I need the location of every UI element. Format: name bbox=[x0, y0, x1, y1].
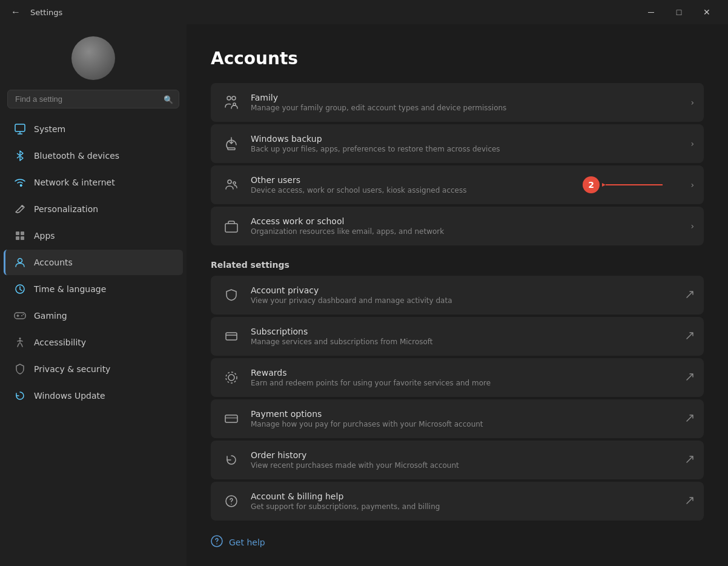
access-work-desc: Organization resources like email, apps,… bbox=[251, 227, 686, 236]
subscriptions-row[interactable]: Subscriptions Manage services and subscr… bbox=[211, 317, 704, 356]
subscriptions-external bbox=[686, 331, 694, 342]
family-chevron: › bbox=[690, 98, 694, 107]
apps-icon bbox=[13, 229, 27, 242]
rewards-icon bbox=[220, 367, 242, 388]
sidebar: 🔍 System Bluetooth & devices Network & i… bbox=[0, 24, 187, 566]
titlebar-left: ← Settings bbox=[7, 4, 62, 20]
nav-item-bluetooth[interactable]: Bluetooth & devices bbox=[4, 143, 183, 168]
nav-item-privacy[interactable]: Privacy & security bbox=[4, 356, 183, 382]
svg-point-15 bbox=[19, 338, 21, 339]
other-users-row[interactable]: 2 Other users Device access, work or sch… bbox=[211, 165, 704, 204]
svg-point-13 bbox=[21, 315, 22, 316]
svg-point-31 bbox=[216, 544, 217, 545]
svg-point-24 bbox=[228, 375, 234, 381]
maximize-button[interactable]: □ bbox=[665, 2, 693, 22]
other-users-icon bbox=[220, 174, 242, 196]
account-privacy-icon bbox=[220, 284, 242, 306]
nav-item-time[interactable]: Time & language bbox=[4, 276, 183, 302]
arrow-2 bbox=[602, 179, 663, 191]
backup-title: Windows backup bbox=[251, 134, 686, 144]
back-button[interactable]: ← bbox=[7, 4, 24, 20]
titlebar: ← Settings ─ □ ✕ bbox=[0, 0, 728, 24]
rewards-row[interactable]: Rewards Earn and redeem points for using… bbox=[211, 358, 704, 397]
time-icon bbox=[13, 282, 27, 296]
access-work-title: Access work or school bbox=[251, 216, 686, 226]
svg-rect-0 bbox=[15, 124, 25, 132]
annotation-badge-2: 2 bbox=[583, 176, 600, 193]
nav-item-apps[interactable]: Apps bbox=[4, 223, 183, 248]
access-work-text: Access work or school Organization resou… bbox=[251, 216, 686, 236]
update-icon bbox=[13, 389, 27, 402]
payment-text: Payment options Manage how you pay for p… bbox=[251, 409, 681, 428]
svg-point-20 bbox=[233, 182, 236, 184]
order-history-text: Order history View recent purchases made… bbox=[251, 450, 681, 470]
get-help-icon bbox=[211, 535, 223, 550]
close-button[interactable]: ✕ bbox=[693, 2, 721, 22]
nav-item-accessibility[interactable]: Accessibility bbox=[4, 330, 183, 355]
billing-help-text: Account & billing help Get support for s… bbox=[251, 491, 681, 511]
payment-desc: Manage how you pay for purchases with yo… bbox=[251, 420, 681, 428]
backup-chevron: › bbox=[690, 139, 694, 148]
backup-desc: Back up your files, apps, preferences to… bbox=[251, 145, 686, 153]
access-work-row[interactable]: Access work or school Organization resou… bbox=[211, 207, 704, 245]
nav-item-accounts[interactable]: 1 Accounts bbox=[4, 250, 183, 275]
billing-help-title: Account & billing help bbox=[251, 491, 681, 501]
account-privacy-title: Account privacy bbox=[251, 285, 681, 295]
personalization-label: Personalization bbox=[34, 204, 98, 214]
svg-rect-5 bbox=[16, 236, 19, 240]
family-row[interactable]: Family Manage your family group, edit ac… bbox=[211, 83, 704, 122]
avatar bbox=[71, 36, 115, 80]
svg-point-19 bbox=[228, 180, 231, 184]
windows-backup-row[interactable]: Windows backup Back up your files, apps,… bbox=[211, 124, 704, 163]
nav-item-network[interactable]: Network & internet bbox=[4, 170, 183, 195]
minimize-button[interactable]: ─ bbox=[637, 2, 665, 22]
svg-rect-21 bbox=[225, 224, 237, 232]
accounts-icon bbox=[13, 256, 27, 269]
system-icon bbox=[13, 122, 27, 136]
backup-icon bbox=[220, 133, 242, 155]
family-text: Family Manage your family group, edit ac… bbox=[251, 93, 686, 112]
billing-help-icon bbox=[220, 490, 242, 512]
family-icon bbox=[220, 92, 242, 113]
nav-item-personalization[interactable]: Personalization bbox=[4, 196, 183, 222]
billing-help-external bbox=[686, 496, 694, 507]
nav-item-update[interactable]: Windows Update bbox=[4, 383, 183, 408]
privacy-icon bbox=[13, 362, 27, 376]
svg-point-29 bbox=[231, 504, 232, 505]
account-privacy-text: Account privacy View your privacy dashbo… bbox=[251, 285, 681, 305]
nav-item-gaming[interactable]: Gaming bbox=[4, 303, 183, 328]
svg-rect-22 bbox=[226, 333, 237, 340]
search-icon: 🔍 bbox=[164, 95, 173, 104]
svg-rect-27 bbox=[225, 417, 237, 419]
accounts-label: Accounts bbox=[34, 258, 73, 267]
subscriptions-desc: Manage services and subscriptions from M… bbox=[251, 338, 681, 346]
family-desc: Manage your family group, edit account t… bbox=[251, 104, 686, 112]
payment-icon bbox=[220, 408, 242, 430]
get-help-section[interactable]: Get help bbox=[211, 535, 704, 550]
payment-title: Payment options bbox=[251, 409, 681, 419]
search-input[interactable] bbox=[7, 90, 179, 108]
bluetooth-label: Bluetooth & devices bbox=[34, 151, 119, 161]
other-users-chevron: › bbox=[690, 180, 694, 190]
app-title: Settings bbox=[30, 8, 62, 17]
order-history-icon bbox=[220, 449, 242, 471]
account-privacy-desc: View your privacy dashboard and manage a… bbox=[251, 296, 681, 305]
rewards-text: Rewards Earn and redeem points for using… bbox=[251, 368, 681, 387]
rewards-external bbox=[686, 373, 694, 383]
billing-help-desc: Get support for subscriptions, payments,… bbox=[251, 502, 681, 511]
main-content: Accounts Family Manage your family group… bbox=[187, 24, 728, 566]
search-bar: 🔍 bbox=[7, 90, 179, 108]
svg-rect-4 bbox=[21, 231, 24, 235]
svg-point-8 bbox=[18, 259, 22, 263]
nav-item-system[interactable]: System bbox=[4, 116, 183, 142]
gaming-icon bbox=[13, 309, 27, 322]
backup-text: Windows backup Back up your files, apps,… bbox=[251, 134, 686, 153]
payment-row[interactable]: Payment options Manage how you pay for p… bbox=[211, 399, 704, 438]
order-history-row[interactable]: Order history View recent purchases made… bbox=[211, 441, 704, 479]
network-label: Network & internet bbox=[34, 178, 115, 187]
page-title: Accounts bbox=[211, 48, 704, 68]
payment-external bbox=[686, 414, 694, 424]
account-privacy-row[interactable]: Account privacy View your privacy dashbo… bbox=[211, 276, 704, 315]
svg-rect-3 bbox=[16, 231, 19, 235]
billing-help-row[interactable]: Account & billing help Get support for s… bbox=[211, 482, 704, 521]
